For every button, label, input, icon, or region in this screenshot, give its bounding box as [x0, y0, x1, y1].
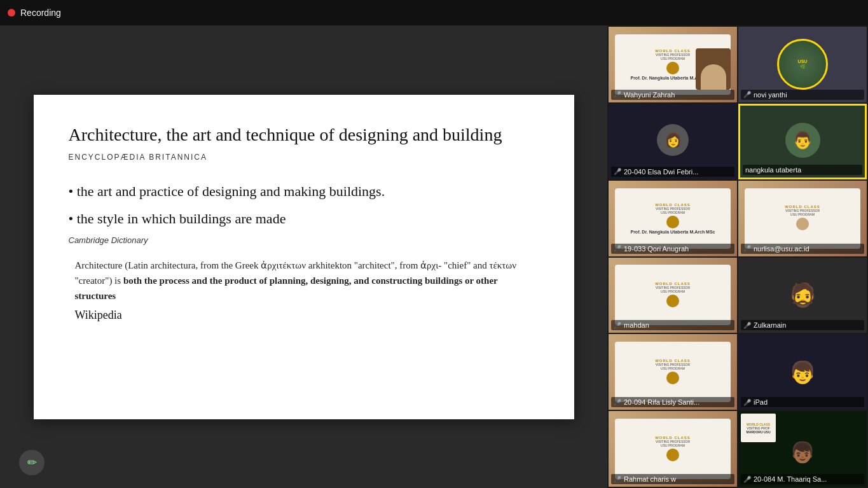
- participant-tile[interactable]: WORLD CLASS VISITING PROFESSOR USU PROGR…: [609, 334, 737, 410]
- participant-label: novi yanthi: [754, 91, 787, 99]
- participant-tile[interactable]: WORLD CLASSVISITING PROFMARDORU USU 👦🏾 🎤…: [738, 411, 867, 487]
- participant-tile[interactable]: 🧔 🎤 Zulkarnain: [738, 258, 867, 333]
- wc-card: WORLD CLASS VISITING PROFESSOR USU PROGR…: [615, 342, 731, 402]
- participant-label: iPad: [754, 398, 768, 406]
- participant-tile[interactable]: WORLD CLASS VISITING PROFESSOR USU PROGR…: [609, 27, 737, 102]
- slide-bold-text: both the process and the product of plan…: [75, 275, 498, 301]
- slide-wikipedia-label: Wikipedia: [75, 309, 539, 322]
- participant-label: mahdan: [624, 321, 649, 329]
- participant-tile[interactable]: 👦 🎤 iPad: [738, 334, 867, 410]
- recording-indicator: [8, 9, 15, 17]
- participant-label: nurlisa@usu.ac.id: [754, 245, 809, 253]
- annotation-tool[interactable]: ✏: [19, 450, 45, 475]
- mic-muted-icon: 🎤: [614, 91, 621, 98]
- participant-name: 🎤 Zulkarnain: [741, 320, 864, 330]
- usu-logo: USU🌿: [777, 39, 828, 90]
- participant-tile[interactable]: USU🌿 🎤 novi yanthi: [738, 27, 867, 102]
- participant-label: Rahmat charis w: [624, 475, 676, 483]
- participant-name: 🎤 novi yanthi: [741, 90, 864, 100]
- wc-card: WORLD CLASS VISITING PROFESSOR USU PROGR…: [745, 188, 860, 249]
- participant-tile-highlighted[interactable]: 👨 nangkula utaberta: [738, 104, 867, 179]
- participant-name: nangkula utaberta: [743, 165, 862, 175]
- participant-name: 🎤 20-040 Elsa Dwi Febri...: [611, 167, 734, 177]
- participant-label: Wahyuni Zahrah: [624, 91, 675, 99]
- mic-muted-icon: 🎤: [743, 399, 751, 406]
- wc-card: WORLD CLASS VISITING PROFESSOR USU PROGR…: [615, 265, 731, 325]
- participants-panel: WORLD CLASS VISITING PROFESSOR USU PROGR…: [607, 25, 868, 488]
- pencil-icon: ✏: [27, 456, 37, 470]
- slide-main-title: Architecture, the art and technique of d…: [69, 123, 539, 146]
- participant-name: 🎤 iPad: [741, 397, 864, 407]
- participant-name: 🎤 19-033 Qori Anugrah: [611, 244, 734, 254]
- participant-name: 🎤 mahdan: [611, 320, 734, 330]
- participant-label: nangkula utaberta: [745, 166, 801, 174]
- participant-tile[interactable]: WORLD CLASS VISITING PROFESSOR USU PROGR…: [738, 181, 867, 256]
- slide-bullet-2: • the style in which buildings are made: [69, 208, 539, 229]
- mic-muted-icon: 🎤: [614, 322, 621, 329]
- wc-card: WORLD CLASS VISITING PROFESSOR USU PROGR…: [615, 419, 731, 479]
- slide-encyclopaedia-label: ENCYCLOPÆDIA BRITANNICA: [69, 153, 539, 162]
- wc-card: WORLD CLASS VISITING PROFESSOR USU PROGR…: [615, 188, 731, 249]
- participant-name: 🎤 Rahmat charis w: [611, 474, 734, 484]
- mic-muted-icon: 🎤: [743, 322, 751, 329]
- slide-bullet-1: • the art and practice of designing and …: [69, 181, 539, 202]
- participant-name: 🎤 20-084 M. Thaariq Sa...: [741, 474, 864, 484]
- participant-tile[interactable]: WORLD CLASS VISITING PROFESSOR USU PROGR…: [609, 181, 737, 256]
- mic-muted-icon: 🎤: [743, 91, 751, 98]
- participant-label: 19-033 Qori Anugrah: [624, 245, 689, 253]
- mic-muted-icon: 🎤: [743, 476, 751, 483]
- mic-muted-icon: 🎤: [614, 245, 621, 252]
- participant-label: Zulkarnain: [754, 321, 786, 329]
- mic-muted-icon: 🎤: [614, 168, 621, 175]
- participant-tile[interactable]: 👩 🎤 20-040 Elsa Dwi Febri...: [609, 104, 737, 179]
- participant-name: 🎤 20-094 Rifa Lisly Santi...: [611, 397, 734, 407]
- participant-tile[interactable]: WORLD CLASS VISITING PROFESSOR USU PROGR…: [609, 258, 737, 333]
- participant-label: 20-084 M. Thaariq Sa...: [754, 475, 827, 483]
- participant-name: 🎤 nurlisa@usu.ac.id: [741, 244, 864, 254]
- presentation-slide: Architecture, the art and technique of d…: [34, 95, 574, 419]
- participant-name: 🎤 Wahyuni Zahrah: [611, 90, 734, 100]
- participant-label: 20-040 Elsa Dwi Febri...: [624, 168, 698, 176]
- mic-muted-icon: 🎤: [614, 476, 621, 483]
- mic-muted-icon: 🎤: [614, 399, 621, 406]
- participant-tile[interactable]: WORLD CLASS VISITING PROFESSOR USU PROGR…: [609, 411, 737, 487]
- slide-paragraph: Architecture (Latin architectura, from t…: [75, 258, 539, 303]
- participant-label: 20-094 Rifa Lisly Santi...: [624, 398, 699, 406]
- slide-cambridge-label: Cambridge Dictionary: [69, 235, 539, 245]
- recording-label: Recording: [20, 8, 61, 18]
- main-area: Architecture, the art and technique of d…: [0, 25, 607, 488]
- mic-muted-icon: 🎤: [743, 245, 751, 252]
- topbar: Recording: [0, 0, 868, 25]
